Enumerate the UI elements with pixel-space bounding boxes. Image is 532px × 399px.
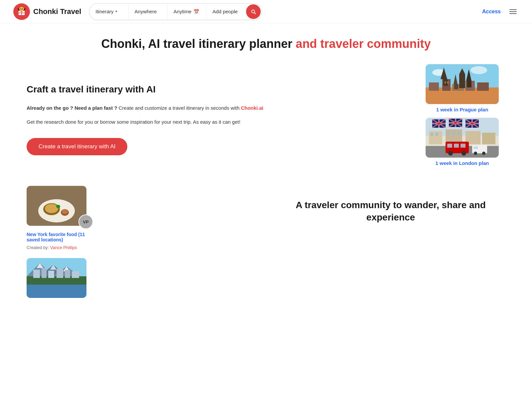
- hero-title: Chonki, AI travel itinerary planner and …: [13, 37, 519, 51]
- itinerary-chevron-icon: ▾: [115, 9, 117, 14]
- itinerary-segment[interactable]: Itinerary ▾: [89, 4, 128, 20]
- svg-rect-67: [452, 132, 455, 135]
- anytime-segment[interactable]: Anytime 📅: [168, 4, 206, 20]
- food-card-author: Created by: Vance Phillips: [27, 245, 77, 250]
- hero-title-red: and traveler community: [296, 37, 431, 51]
- svg-rect-101: [57, 269, 63, 278]
- already-paragraph: Already on the go ? Need a plan fast ? C…: [27, 104, 399, 112]
- already-normal: Create and customize a travel itinerary …: [119, 105, 241, 111]
- svg-rect-68: [457, 132, 460, 135]
- svg-rect-65: [436, 133, 438, 136]
- london-card-title: 1 week in London plan: [436, 160, 489, 166]
- svg-rect-73: [461, 144, 466, 148]
- search-bar: Itinerary ▾ Anywhere Anytime 📅 Add peopl…: [89, 3, 262, 20]
- svg-point-75: [462, 151, 466, 156]
- craft-title: Craft a travel itinerary with AI: [27, 84, 399, 95]
- svg-rect-63: [482, 133, 495, 144]
- svg-point-10: [21, 9, 23, 10]
- hamburger-menu-icon[interactable]: [507, 7, 519, 16]
- anywhere-segment[interactable]: Anywhere: [129, 4, 168, 20]
- prague-card-title: 1 week in Prague plan: [436, 107, 488, 112]
- navbar: Chonki Travel Itinerary ▾ Anywhere Anyti…: [0, 0, 532, 23]
- london-image: [426, 118, 499, 158]
- vancouver-card: [27, 258, 113, 301]
- svg-point-11: [21, 9, 21, 10]
- calendar-icon: 📅: [194, 9, 199, 14]
- logo-icon: [13, 3, 30, 20]
- svg-rect-21: [477, 82, 489, 91]
- svg-point-78: [474, 152, 477, 155]
- svg-rect-95: [27, 283, 86, 298]
- add-people-segment[interactable]: Add people: [206, 4, 245, 20]
- left-column: Craft a travel itinerary with AI Already…: [27, 64, 399, 155]
- vancouver-card-image: [27, 258, 86, 298]
- svg-point-85: [62, 209, 68, 214]
- svg-point-15: [470, 66, 487, 74]
- svg-rect-64: [431, 133, 433, 136]
- food-card-image-wrapper: VP: [27, 186, 93, 229]
- svg-rect-103: [72, 271, 79, 278]
- menu-bar-3: [509, 13, 517, 14]
- svg-rect-102: [65, 270, 70, 278]
- community-title: A traveler community to wander, share an…: [276, 199, 505, 223]
- add-people-label: Add people: [212, 9, 238, 14]
- anytime-label: Anytime: [174, 9, 192, 14]
- community-text-column: A traveler community to wander, share an…: [276, 186, 505, 223]
- main-content: Craft a travel itinerary with AI Already…: [0, 58, 532, 179]
- svg-rect-98: [33, 270, 40, 278]
- london-card[interactable]: 1 week in London plan: [419, 118, 505, 166]
- hero-section: Chonki, AI travel itinerary planner and …: [0, 23, 532, 58]
- already-bold: Already on the go ? Need a plan fast ?: [27, 105, 117, 111]
- svg-rect-66: [447, 132, 450, 135]
- logo-link[interactable]: Chonki Travel: [13, 3, 81, 20]
- hero-title-black: Chonki, AI travel itinerary planner: [101, 37, 293, 51]
- logo-text: Chonki Travel: [33, 7, 81, 16]
- prague-card[interactable]: 1 week in Prague plan: [419, 64, 505, 112]
- svg-rect-100: [48, 271, 54, 278]
- svg-point-79: [482, 152, 485, 155]
- prague-image: [426, 64, 499, 104]
- svg-rect-27: [454, 84, 458, 89]
- svg-rect-99: [42, 268, 47, 278]
- right-column: 1 week in Prague plan: [419, 64, 505, 166]
- svg-point-83: [45, 204, 58, 213]
- food-card-image: [27, 186, 86, 226]
- svg-point-12: [22, 9, 22, 10]
- access-link[interactable]: Access: [482, 9, 501, 15]
- nav-right: Access: [482, 7, 519, 16]
- food-card: VP New York favorite food (11 saved loca…: [27, 186, 113, 250]
- chonki-ai-link[interactable]: Chonki.ai: [241, 105, 263, 111]
- svg-rect-25: [467, 81, 471, 87]
- svg-point-74: [448, 151, 453, 156]
- community-cards-column: VP New York favorite food (11 saved loca…: [27, 186, 256, 301]
- search-button[interactable]: [246, 4, 261, 19]
- svg-point-86: [56, 205, 60, 208]
- itinerary-label: Itinerary: [95, 9, 113, 14]
- svg-rect-28: [445, 81, 446, 83]
- anywhere-label: Anywhere: [135, 9, 157, 14]
- svg-rect-71: [447, 144, 452, 148]
- menu-bar-2: [509, 11, 517, 12]
- svg-rect-72: [454, 144, 459, 148]
- lower-section: VP New York favorite food (11 saved loca…: [0, 179, 532, 315]
- vp-avatar: VP: [78, 214, 93, 229]
- vance-phillips-link[interactable]: Vance Phillips: [50, 245, 77, 250]
- svg-rect-77: [474, 146, 478, 149]
- research-paragraph: Get the research done for you or borrow …: [27, 118, 399, 126]
- menu-bar-1: [509, 9, 517, 10]
- create-itinerary-button[interactable]: Create a travel itinerary with AI: [27, 138, 127, 155]
- food-card-author-label: Created by:: [27, 245, 49, 250]
- svg-rect-17: [429, 82, 439, 91]
- svg-rect-29: [447, 81, 449, 83]
- food-card-title[interactable]: New York favorite food (11 saved locatio…: [27, 232, 93, 242]
- vancouver-card-image-wrapper: [27, 258, 93, 301]
